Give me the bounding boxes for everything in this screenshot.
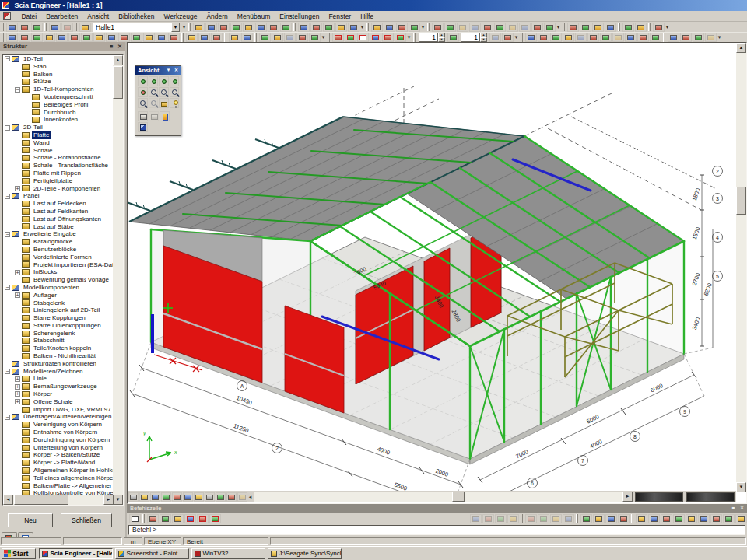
toolbar-overflow-icon[interactable]: ▾	[717, 34, 722, 40]
tree-item[interactable]: Schale	[3, 147, 114, 155]
flag-icon[interactable]	[172, 492, 182, 502]
toolbar-overflow-icon[interactable]: ▾	[665, 24, 670, 30]
toolbar-overflow-icon[interactable]: ▾	[181, 24, 187, 30]
line-grid-icon[interactable]	[605, 514, 617, 523]
toolbar-overflow-icon[interactable]: ▾	[556, 24, 561, 30]
supports-display-icon[interactable]	[612, 33, 624, 42]
snap-line1-icon[interactable]	[184, 514, 196, 523]
layer-manager-icon[interactable]	[489, 33, 501, 42]
zoom-extent-icon[interactable]	[309, 33, 321, 42]
save-icon[interactable]	[31, 23, 43, 32]
cursor-snap3-icon[interactable]	[661, 514, 672, 523]
view-back-icon[interactable]	[444, 23, 456, 32]
tree-item[interactable]: Balken	[3, 71, 114, 79]
toolbar-overflow-icon[interactable]: ▾	[406, 34, 412, 40]
storey-icon[interactable]	[68, 33, 80, 42]
taskbar-task[interactable]: Screenshot - Paint	[115, 548, 189, 559]
view-axo3-icon[interactable]	[531, 23, 543, 32]
cursor-snap6-icon[interactable]	[698, 514, 710, 523]
layer-filter-icon[interactable]	[502, 33, 514, 42]
scroll-thumb[interactable]	[113, 66, 123, 99]
menu-werkzeuge[interactable]: Werkzeuge	[160, 11, 202, 22]
coord-icon[interactable]	[131, 33, 142, 42]
scroll-up-icon[interactable]: ▲	[736, 43, 746, 53]
tree-item[interactable]: Scherengelenk	[3, 330, 114, 338]
mouse-snap-icon[interactable]	[580, 514, 592, 523]
drawing-canvas[interactable]: 10450 4000 2000 11250 5500 7000 5000 600…	[127, 42, 747, 504]
layer-spinner-value[interactable]: 1	[461, 33, 480, 42]
tree-expander-icon[interactable]: +	[15, 292, 20, 298]
view-top-icon[interactable]	[159, 76, 169, 86]
tree-item[interactable]: Voutenquerschnitt	[3, 93, 114, 101]
tree-item[interactable]: −Panel	[3, 192, 114, 200]
tree-expander-icon[interactable]: −	[5, 415, 10, 420]
pin-icon[interactable]: ■	[107, 43, 115, 51]
binocular-add-icon[interactable]	[241, 33, 253, 42]
help-icon[interactable]	[371, 23, 383, 32]
canvas-horizontal-scrollbar[interactable]: ►	[254, 492, 633, 502]
tree-item[interactable]: Schale - Rotationsfläche	[3, 154, 114, 162]
snap-perpendicular-icon[interactable]	[172, 514, 184, 523]
plane-icon[interactable]	[106, 33, 117, 42]
tree-item[interactable]: Innenknoten	[3, 116, 114, 124]
multicopy-icon[interactable]	[580, 23, 591, 32]
copy-icon[interactable]	[567, 23, 579, 32]
table-edit-icon[interactable]	[735, 514, 747, 523]
status-plane[interactable]: Ebene XY	[144, 537, 181, 545]
deselect-icon[interactable]	[211, 33, 223, 42]
tree-item[interactable]: Fertigteilplatte	[3, 177, 114, 185]
tree-item[interactable]: −Modellkomponenten	[3, 284, 114, 292]
tree-horizontal-scrollbar[interactable]: ◄ ►	[3, 495, 114, 505]
tree-item[interactable]: Projekt importieren (ESA-Datei)	[3, 261, 114, 269]
cursor-snap4-icon[interactable]	[673, 514, 685, 523]
cursor-snap-icon[interactable]	[118, 33, 130, 42]
select-by-prop-icon[interactable]	[198, 33, 210, 42]
activity-spinner[interactable]: 1 ▲▼	[419, 33, 445, 42]
scroll-thumb[interactable]	[452, 492, 465, 502]
tree-item[interactable]: Stütze	[3, 78, 114, 86]
menu-hilfe[interactable]: Hilfe	[356, 11, 378, 22]
printer2-icon[interactable]	[168, 33, 180, 42]
image-export-icon[interactable]	[335, 23, 347, 32]
vertex3-icon[interactable]	[550, 514, 562, 523]
tree-item[interactable]: Stabgelenk	[3, 299, 114, 307]
calculator-icon[interactable]	[255, 23, 267, 32]
tree-item[interactable]: −1D-Teil-Komponenten	[3, 86, 114, 93]
member-display-icon[interactable]	[538, 33, 549, 42]
tree-item[interactable]: Platte	[3, 131, 114, 139]
tree-item[interactable]: Durchdringung von Körpern	[3, 436, 114, 444]
cursor-snap2-icon[interactable]	[648, 514, 660, 523]
draw-parallel-icon[interactable]	[345, 33, 356, 42]
level-icon[interactable]	[93, 33, 105, 42]
paste-icon[interactable]	[6, 33, 18, 42]
view-left-icon[interactable]	[457, 23, 468, 32]
save-view-icon[interactable]	[668, 33, 679, 42]
cursor-snap5-icon[interactable]	[686, 514, 697, 523]
select-by-cursor-icon[interactable]	[186, 33, 198, 42]
tree-item[interactable]: Last auf Stäbe	[3, 223, 114, 231]
eye-icon[interactable]	[622, 23, 634, 32]
table-icon[interactable]	[268, 23, 279, 32]
status-unit[interactable]: m	[124, 537, 142, 545]
zoom-minus-icon[interactable]	[272, 33, 283, 42]
project-combo-value[interactable]: Halle1	[93, 23, 171, 32]
clip-icon[interactable]	[128, 492, 139, 502]
toolbar-overflow-icon[interactable]: ▾	[514, 34, 519, 40]
menu-ansicht[interactable]: Ansicht	[82, 11, 114, 22]
project-settings-icon[interactable]	[193, 23, 205, 32]
tree-item[interactable]: Balken/Platte -> Allgemeiner Körper	[3, 482, 114, 490]
tree-item[interactable]: Platte mit Rippen	[3, 170, 114, 177]
view-top-icon[interactable]	[482, 23, 493, 32]
lightbulb-icon[interactable]	[170, 98, 180, 108]
undo-icon[interactable]	[49, 23, 61, 32]
tree-item[interactable]: Strukturdaten kontrollieren	[3, 360, 114, 368]
view-axo1-icon[interactable]	[507, 23, 518, 32]
ruler-icon[interactable]	[396, 23, 408, 32]
tree-expander-icon[interactable]: −	[5, 369, 10, 374]
tree-expander-icon[interactable]: +	[15, 376, 20, 382]
mountain-icon[interactable]	[205, 492, 215, 502]
line-mode2-icon[interactable]	[482, 514, 494, 523]
strip-overflow-icon[interactable]: ◂	[247, 494, 253, 500]
draw-grid-icon[interactable]	[395, 33, 406, 42]
close-icon[interactable]: ✕	[738, 505, 745, 512]
